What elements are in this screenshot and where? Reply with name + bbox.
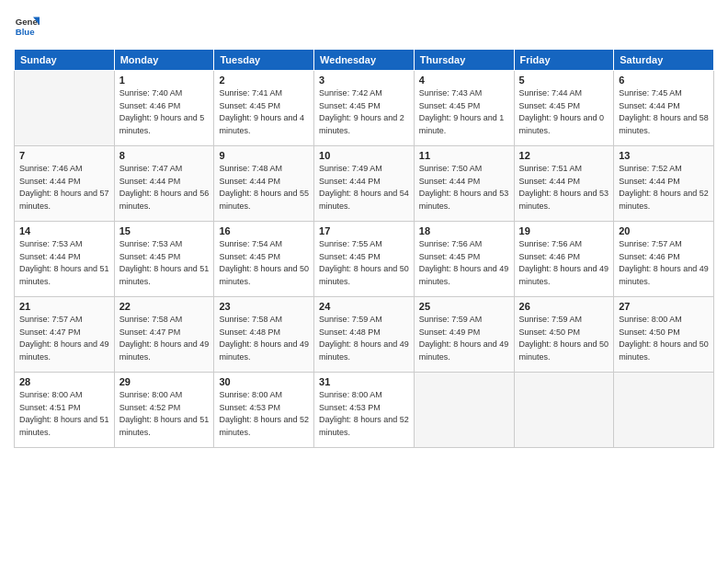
col-header-friday: Friday: [514, 50, 614, 71]
day-info: Sunrise: 7:49 AMSunset: 4:44 PMDaylight:…: [319, 163, 409, 213]
svg-text:Blue: Blue: [16, 27, 35, 37]
day-cell: [15, 71, 115, 146]
week-row-0: 1Sunrise: 7:40 AMSunset: 4:46 PMDaylight…: [15, 71, 714, 146]
day-info: Sunrise: 7:59 AMSunset: 4:50 PMDaylight:…: [519, 314, 609, 363]
day-info: Sunrise: 8:00 AMSunset: 4:53 PMDaylight:…: [219, 389, 309, 439]
day-number: 24: [319, 301, 409, 312]
header: General Blue: [14, 14, 714, 40]
day-info: Sunrise: 7:56 AMSunset: 4:45 PMDaylight:…: [419, 238, 509, 288]
day-cell: 15Sunrise: 7:53 AMSunset: 4:45 PMDayligh…: [114, 222, 214, 297]
day-number: 2: [219, 75, 309, 86]
day-info: Sunrise: 7:55 AMSunset: 4:45 PMDaylight:…: [319, 238, 409, 288]
day-cell: 11Sunrise: 7:50 AMSunset: 4:44 PMDayligh…: [414, 146, 514, 222]
day-number: 13: [619, 150, 709, 161]
day-cell: 31Sunrise: 8:00 AMSunset: 4:53 PMDayligh…: [314, 373, 415, 448]
day-cell: 16Sunrise: 7:54 AMSunset: 4:45 PMDayligh…: [214, 222, 314, 297]
calendar-table: SundayMondayTuesdayWednesdayThursdayFrid…: [14, 49, 714, 448]
day-info: Sunrise: 7:59 AMSunset: 4:49 PMDaylight:…: [419, 314, 509, 363]
day-number: 7: [19, 150, 109, 161]
col-header-monday: Monday: [114, 50, 214, 71]
day-cell: 20Sunrise: 7:57 AMSunset: 4:46 PMDayligh…: [614, 222, 714, 297]
day-number: 29: [119, 376, 210, 387]
week-row-1: 7Sunrise: 7:46 AMSunset: 4:44 PMDaylight…: [15, 146, 714, 222]
day-cell: 25Sunrise: 7:59 AMSunset: 4:49 PMDayligh…: [414, 297, 514, 373]
day-number: 25: [419, 301, 509, 312]
day-number: 31: [319, 376, 409, 387]
day-info: Sunrise: 8:00 AMSunset: 4:53 PMDaylight:…: [319, 389, 409, 439]
day-cell: 1Sunrise: 7:40 AMSunset: 4:46 PMDaylight…: [114, 71, 214, 146]
day-number: 18: [419, 225, 509, 236]
day-info: Sunrise: 7:41 AMSunset: 4:45 PMDaylight:…: [219, 87, 309, 137]
day-cell: 14Sunrise: 7:53 AMSunset: 4:44 PMDayligh…: [15, 222, 115, 297]
day-info: Sunrise: 7:48 AMSunset: 4:44 PMDaylight:…: [219, 163, 309, 213]
day-number: 19: [519, 225, 609, 236]
day-number: 10: [319, 150, 409, 161]
day-info: Sunrise: 7:52 AMSunset: 4:44 PMDaylight:…: [619, 163, 709, 213]
day-cell: 26Sunrise: 7:59 AMSunset: 4:50 PMDayligh…: [514, 297, 614, 373]
day-cell: 17Sunrise: 7:55 AMSunset: 4:45 PMDayligh…: [314, 222, 415, 297]
col-header-thursday: Thursday: [414, 50, 514, 71]
day-info: Sunrise: 7:42 AMSunset: 4:45 PMDaylight:…: [319, 87, 409, 137]
day-number: 16: [219, 225, 309, 236]
day-info: Sunrise: 7:47 AMSunset: 4:44 PMDaylight:…: [119, 163, 210, 213]
day-cell: 8Sunrise: 7:47 AMSunset: 4:44 PMDaylight…: [114, 146, 214, 222]
day-number: 17: [319, 225, 409, 236]
day-number: 27: [619, 301, 709, 312]
day-number: 3: [319, 75, 409, 86]
day-info: Sunrise: 7:50 AMSunset: 4:44 PMDaylight:…: [419, 163, 509, 213]
day-cell: 9Sunrise: 7:48 AMSunset: 4:44 PMDaylight…: [214, 146, 314, 222]
day-info: Sunrise: 8:00 AMSunset: 4:51 PMDaylight:…: [19, 389, 109, 439]
col-header-wednesday: Wednesday: [314, 50, 415, 71]
day-info: Sunrise: 7:40 AMSunset: 4:46 PMDaylight:…: [119, 87, 210, 137]
day-number: 22: [119, 301, 210, 312]
day-info: Sunrise: 7:45 AMSunset: 4:44 PMDaylight:…: [619, 87, 709, 137]
day-number: 6: [619, 75, 709, 86]
page: General Blue SundayMondayTuesdayWednesda…: [0, 0, 728, 563]
day-cell: 6Sunrise: 7:45 AMSunset: 4:44 PMDaylight…: [614, 71, 714, 146]
day-number: 15: [119, 225, 210, 236]
day-cell: 19Sunrise: 7:56 AMSunset: 4:46 PMDayligh…: [514, 222, 614, 297]
day-info: Sunrise: 8:00 AMSunset: 4:50 PMDaylight:…: [619, 314, 709, 363]
col-header-tuesday: Tuesday: [214, 50, 314, 71]
day-info: Sunrise: 7:57 AMSunset: 4:47 PMDaylight:…: [19, 314, 109, 363]
week-row-3: 21Sunrise: 7:57 AMSunset: 4:47 PMDayligh…: [15, 297, 714, 373]
day-info: Sunrise: 7:56 AMSunset: 4:46 PMDaylight:…: [519, 238, 609, 288]
day-cell: [414, 373, 514, 448]
day-number: 9: [219, 150, 309, 161]
day-cell: 28Sunrise: 8:00 AMSunset: 4:51 PMDayligh…: [15, 373, 115, 448]
day-cell: 29Sunrise: 8:00 AMSunset: 4:52 PMDayligh…: [114, 373, 214, 448]
day-cell: 5Sunrise: 7:44 AMSunset: 4:45 PMDaylight…: [514, 71, 614, 146]
day-info: Sunrise: 7:53 AMSunset: 4:44 PMDaylight:…: [19, 238, 109, 288]
day-info: Sunrise: 7:44 AMSunset: 4:45 PMDaylight:…: [519, 87, 609, 137]
day-number: 21: [19, 301, 109, 312]
day-info: Sunrise: 7:59 AMSunset: 4:48 PMDaylight:…: [319, 314, 409, 363]
day-cell: 22Sunrise: 7:58 AMSunset: 4:47 PMDayligh…: [114, 297, 214, 373]
day-number: 30: [219, 376, 309, 387]
day-cell: 23Sunrise: 7:58 AMSunset: 4:48 PMDayligh…: [214, 297, 314, 373]
day-number: 28: [19, 376, 109, 387]
day-cell: 30Sunrise: 8:00 AMSunset: 4:53 PMDayligh…: [214, 373, 314, 448]
day-cell: 10Sunrise: 7:49 AMSunset: 4:44 PMDayligh…: [314, 146, 415, 222]
day-info: Sunrise: 7:57 AMSunset: 4:46 PMDaylight:…: [619, 238, 709, 288]
day-cell: 18Sunrise: 7:56 AMSunset: 4:45 PMDayligh…: [414, 222, 514, 297]
day-number: 26: [519, 301, 609, 312]
day-info: Sunrise: 7:51 AMSunset: 4:44 PMDaylight:…: [519, 163, 609, 213]
day-number: 5: [519, 75, 609, 86]
day-cell: 12Sunrise: 7:51 AMSunset: 4:44 PMDayligh…: [514, 146, 614, 222]
day-number: 23: [219, 301, 309, 312]
day-info: Sunrise: 7:54 AMSunset: 4:45 PMDaylight:…: [219, 238, 309, 288]
day-cell: 2Sunrise: 7:41 AMSunset: 4:45 PMDaylight…: [214, 71, 314, 146]
day-info: Sunrise: 7:58 AMSunset: 4:48 PMDaylight:…: [219, 314, 309, 363]
col-header-sunday: Sunday: [15, 50, 115, 71]
day-info: Sunrise: 7:58 AMSunset: 4:47 PMDaylight:…: [119, 314, 210, 363]
day-number: 14: [19, 225, 109, 236]
logo-icon: General Blue: [14, 14, 40, 40]
day-cell: 7Sunrise: 7:46 AMSunset: 4:44 PMDaylight…: [15, 146, 115, 222]
day-cell: 27Sunrise: 8:00 AMSunset: 4:50 PMDayligh…: [614, 297, 714, 373]
col-header-saturday: Saturday: [614, 50, 714, 71]
day-cell: 3Sunrise: 7:42 AMSunset: 4:45 PMDaylight…: [314, 71, 415, 146]
week-row-4: 28Sunrise: 8:00 AMSunset: 4:51 PMDayligh…: [15, 373, 714, 448]
logo: General Blue: [14, 14, 40, 40]
day-cell: 13Sunrise: 7:52 AMSunset: 4:44 PMDayligh…: [614, 146, 714, 222]
day-number: 11: [419, 150, 509, 161]
